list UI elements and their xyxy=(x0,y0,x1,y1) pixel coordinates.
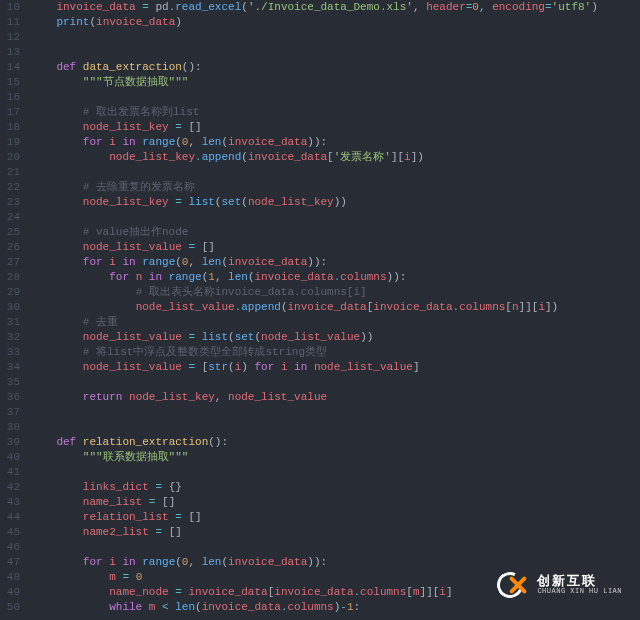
logo-text-en: CHUANG XIN HU LIAN xyxy=(537,588,622,595)
code-line[interactable]: links_dict = {} xyxy=(30,480,640,495)
line-number: 35 xyxy=(4,375,20,390)
code-line[interactable]: # 去重 xyxy=(30,315,640,330)
line-number: 21 xyxy=(4,165,20,180)
line-number: 39 xyxy=(4,435,20,450)
line-number: 44 xyxy=(4,510,20,525)
line-number: 46 xyxy=(4,540,20,555)
code-line[interactable]: for n in range(1, len(invoice_data.colum… xyxy=(30,270,640,285)
code-line[interactable]: print(invoice_data) xyxy=(30,15,640,30)
line-number: 26 xyxy=(4,240,20,255)
code-line[interactable] xyxy=(30,45,640,60)
line-number: 15 xyxy=(4,75,20,90)
code-line[interactable]: # value抽出作node xyxy=(30,225,640,240)
line-number: 14 xyxy=(4,60,20,75)
line-number: 31 xyxy=(4,315,20,330)
code-line[interactable]: node_list_key.append(invoice_data['发票名称'… xyxy=(30,150,640,165)
code-line[interactable]: # 去除重复的发票名称 xyxy=(30,180,640,195)
line-number: 43 xyxy=(4,495,20,510)
code-line[interactable]: node_list_key = list(set(node_list_key)) xyxy=(30,195,640,210)
line-number: 22 xyxy=(4,180,20,195)
line-number: 20 xyxy=(4,150,20,165)
code-line[interactable]: name2_list = [] xyxy=(30,525,640,540)
code-line[interactable]: node_list_value = list(set(node_list_val… xyxy=(30,330,640,345)
line-number: 34 xyxy=(4,360,20,375)
line-number-gutter: 1011121314151617181920212223242526272829… xyxy=(0,0,26,620)
code-line[interactable]: node_list_value = [] xyxy=(30,240,640,255)
code-line[interactable] xyxy=(30,30,640,45)
line-number: 38 xyxy=(4,420,20,435)
line-number: 23 xyxy=(4,195,20,210)
code-line[interactable] xyxy=(30,90,640,105)
line-number: 33 xyxy=(4,345,20,360)
line-number: 12 xyxy=(4,30,20,45)
code-line[interactable]: """节点数据抽取""" xyxy=(30,75,640,90)
line-number: 29 xyxy=(4,285,20,300)
code-line[interactable]: relation_list = [] xyxy=(30,510,640,525)
code-line[interactable] xyxy=(30,210,640,225)
code-line[interactable]: # 取出表头名称invoice_data.columns[i] xyxy=(30,285,640,300)
line-number: 27 xyxy=(4,255,20,270)
line-number: 17 xyxy=(4,105,20,120)
code-editor[interactable]: 1011121314151617181920212223242526272829… xyxy=(0,0,640,620)
line-number: 10 xyxy=(4,0,20,15)
line-number: 11 xyxy=(4,15,20,30)
line-number: 49 xyxy=(4,585,20,600)
code-line[interactable]: invoice_data = pd.read_excel('./Invoice_… xyxy=(30,0,640,15)
code-line[interactable] xyxy=(30,465,640,480)
code-line[interactable]: return node_list_key, node_list_value xyxy=(30,390,640,405)
line-number: 48 xyxy=(4,570,20,585)
code-line[interactable] xyxy=(30,405,640,420)
code-line[interactable]: while m < len(invoice_data.columns)-1: xyxy=(30,600,640,615)
line-number: 16 xyxy=(4,90,20,105)
line-number: 13 xyxy=(4,45,20,60)
line-number: 42 xyxy=(4,480,20,495)
code-line[interactable]: for i in range(0, len(invoice_data)): xyxy=(30,255,640,270)
line-number: 47 xyxy=(4,555,20,570)
line-number: 32 xyxy=(4,330,20,345)
code-area[interactable]: invoice_data = pd.read_excel('./Invoice_… xyxy=(26,0,640,620)
line-number: 19 xyxy=(4,135,20,150)
code-line[interactable]: # 取出发票名称到list xyxy=(30,105,640,120)
line-number: 18 xyxy=(4,120,20,135)
code-line[interactable]: name_list = [] xyxy=(30,495,640,510)
code-line[interactable]: """联系数据抽取""" xyxy=(30,450,640,465)
line-number: 30 xyxy=(4,300,20,315)
logo-mark-icon xyxy=(497,568,531,602)
code-line[interactable]: def data_extraction(): xyxy=(30,60,640,75)
code-line[interactable]: node_list_value = [str(i) for i in node_… xyxy=(30,360,640,375)
line-number: 40 xyxy=(4,450,20,465)
line-number: 24 xyxy=(4,210,20,225)
code-line[interactable]: def relation_extraction(): xyxy=(30,435,640,450)
line-number: 25 xyxy=(4,225,20,240)
line-number: 41 xyxy=(4,465,20,480)
code-line[interactable] xyxy=(30,375,640,390)
line-number: 36 xyxy=(4,390,20,405)
watermark-logo: 创新互联 CHUANG XIN HU LIAN xyxy=(497,568,622,602)
code-line[interactable] xyxy=(30,420,640,435)
code-line[interactable]: node_list_value.append(invoice_data[invo… xyxy=(30,300,640,315)
line-number: 28 xyxy=(4,270,20,285)
line-number: 45 xyxy=(4,525,20,540)
line-number: 37 xyxy=(4,405,20,420)
code-line[interactable]: node_list_key = [] xyxy=(30,120,640,135)
code-line[interactable] xyxy=(30,165,640,180)
code-line[interactable] xyxy=(30,540,640,555)
code-line[interactable]: # 将list中浮点及整数类型全部转成string类型 xyxy=(30,345,640,360)
line-number: 50 xyxy=(4,600,20,615)
code-line[interactable]: for i in range(0, len(invoice_data)): xyxy=(30,135,640,150)
